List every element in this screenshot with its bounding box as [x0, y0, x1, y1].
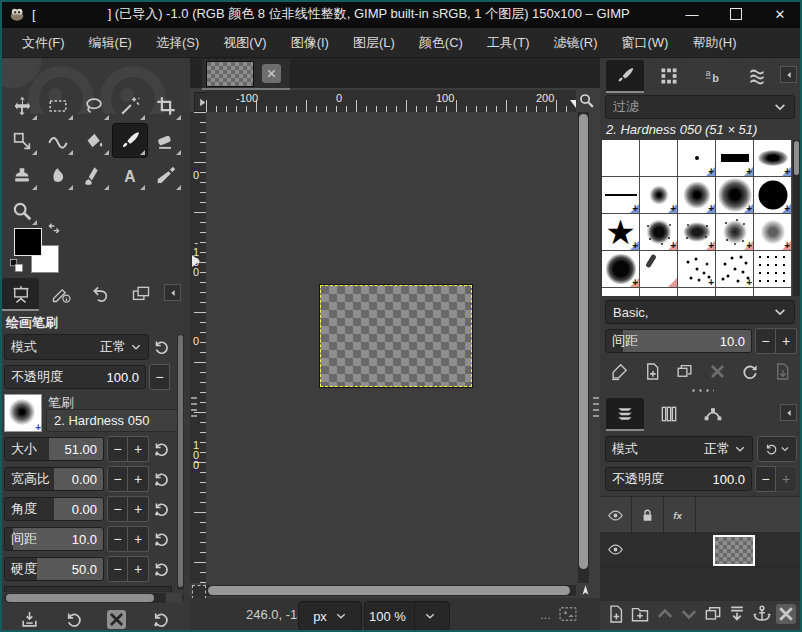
minimize-button[interactable]: —	[670, 0, 714, 28]
menu-item[interactable]: 帮助(H)	[680, 28, 748, 58]
spacing-slider[interactable]: 间距 10.0	[605, 329, 752, 353]
increment-button[interactable]: +	[128, 466, 149, 492]
layer-opacity-decrement[interactable]: −	[755, 466, 776, 492]
dock-tab[interactable]	[694, 398, 732, 429]
dock-tab[interactable]	[738, 60, 776, 91]
zoom-follow-window-icon[interactable]	[578, 92, 595, 109]
brush-action-button[interactable]	[773, 362, 792, 381]
default-colors-icon[interactable]	[9, 258, 24, 273]
layer-action-button[interactable]	[776, 604, 796, 624]
slider-bar[interactable]: 宽高比 0.00	[4, 467, 104, 491]
save-preset-button[interactable]	[20, 610, 39, 629]
layer-opacity-increment[interactable]: +	[776, 466, 797, 492]
brush-item[interactable]: +	[678, 288, 715, 296]
brush-item[interactable]: +	[716, 177, 753, 213]
dock-tab[interactable]: ab	[694, 60, 732, 91]
layer-header-toggle[interactable]	[632, 497, 664, 533]
panel-resize-grip[interactable]	[191, 395, 197, 421]
tool-button[interactable]	[41, 124, 75, 157]
dock-tab[interactable]	[122, 278, 159, 309]
slider-bar[interactable]: 角度 0.00	[4, 497, 104, 521]
tool-button[interactable]	[77, 89, 111, 122]
tool-button[interactable]	[149, 159, 183, 192]
increment-button[interactable]: +	[128, 496, 149, 522]
menu-item[interactable]: 图层(L)	[341, 28, 407, 58]
layer-header-toggle[interactable]: fx	[664, 497, 696, 533]
brush-item[interactable]: +	[754, 140, 791, 176]
increment-button[interactable]: +	[128, 556, 149, 582]
canvas-horizontal-scrollbar[interactable]	[206, 585, 576, 596]
layer-thumbnail[interactable]	[713, 535, 755, 566]
tool-button[interactable]	[149, 89, 183, 122]
brush-item[interactable]: +	[678, 251, 715, 287]
opacity-decrement-button[interactable]: −	[149, 364, 170, 390]
foreground-color-swatch[interactable]	[14, 228, 42, 256]
paint-mode-select[interactable]: 模式 正常	[4, 334, 149, 360]
quick-mask-toggle[interactable]	[192, 585, 206, 599]
layer-action-button[interactable]	[606, 604, 626, 624]
brush-action-button[interactable]	[740, 362, 759, 381]
dock-tab[interactable]	[42, 278, 79, 309]
reset-tool-options-button[interactable]	[151, 610, 170, 629]
layer-action-button[interactable]	[752, 604, 772, 624]
brush-selector[interactable]: 笔刷 2. Hardness 050	[4, 394, 176, 434]
layer-visibility-icon[interactable]	[607, 541, 624, 558]
brush-item[interactable]: +	[678, 177, 715, 213]
increment-button[interactable]: +	[128, 436, 149, 462]
dock-tab[interactable]	[82, 278, 119, 309]
brush-thumbnail[interactable]	[4, 394, 42, 432]
brush-group-select[interactable]: Basic,	[605, 300, 795, 324]
menu-item[interactable]: 工具(T)	[475, 28, 542, 58]
brush-action-button[interactable]	[675, 362, 694, 381]
layer-action-button[interactable]	[679, 604, 699, 624]
tool-button[interactable]	[77, 159, 111, 192]
dock-menu-button[interactable]	[780, 66, 797, 83]
restore-preset-button[interactable]	[64, 610, 83, 629]
tool-button[interactable]	[77, 124, 111, 157]
brush-item[interactable]: +	[640, 177, 677, 213]
menu-item[interactable]: 视图(V)	[211, 28, 278, 58]
delete-preset-button[interactable]	[107, 610, 126, 629]
brush-action-button[interactable]	[610, 362, 629, 381]
menu-item[interactable]: 窗口(W)	[610, 28, 681, 58]
brush-action-button[interactable]	[708, 362, 727, 381]
brush-name-field[interactable]: 2. Hardness 050	[46, 409, 181, 432]
spacing-increment-button[interactable]: +	[776, 328, 797, 354]
panel-resize-grip[interactable]	[593, 395, 599, 421]
menu-item[interactable]: 颜色(C)	[407, 28, 475, 58]
horizontal-ruler[interactable]: -1000100200	[206, 90, 576, 113]
increment-button[interactable]: +	[128, 526, 149, 552]
menu-item[interactable]: 选择(S)	[144, 28, 211, 58]
brush-item[interactable]: +	[716, 140, 753, 176]
decrement-button[interactable]: −	[107, 526, 128, 552]
mode-reset-button[interactable]	[152, 338, 170, 356]
tool-button[interactable]	[113, 124, 147, 157]
brush-item[interactable]: +	[602, 177, 639, 213]
dock-tab[interactable]	[650, 60, 688, 91]
brush-item[interactable]: +	[754, 251, 791, 287]
tool-button[interactable]	[5, 159, 39, 192]
zoom-select[interactable]: 100 %	[364, 601, 450, 631]
close-button[interactable]: ✕	[758, 0, 802, 28]
menu-item[interactable]: 编辑(E)	[77, 28, 144, 58]
brush-item[interactable]: +	[754, 214, 791, 250]
unit-select[interactable]: px	[298, 601, 362, 631]
brush-item[interactable]: +	[640, 251, 677, 287]
reset-button[interactable]	[152, 470, 170, 488]
brush-item[interactable]: +	[754, 288, 791, 296]
dock-tab[interactable]	[606, 398, 644, 431]
menu-item[interactable]: 图像(I)	[279, 28, 341, 58]
layer-action-button[interactable]	[630, 604, 650, 624]
brush-item[interactable]: +	[602, 214, 639, 250]
layer-mode-options-button[interactable]	[757, 436, 797, 462]
brush-item[interactable]: +	[716, 288, 753, 296]
brush-item[interactable]: +	[678, 214, 715, 250]
tool-button[interactable]	[149, 124, 183, 157]
brush-item[interactable]: +	[640, 214, 677, 250]
slider-bar[interactable]: 硬度 50.0	[4, 557, 104, 581]
layer-action-button[interactable]	[727, 604, 747, 624]
dock-tab[interactable]	[2, 278, 39, 311]
tool-options-scrollbar[interactable]	[177, 334, 184, 590]
navigation-button[interactable]	[579, 584, 592, 597]
menu-item[interactable]: 文件(F)	[10, 28, 77, 58]
